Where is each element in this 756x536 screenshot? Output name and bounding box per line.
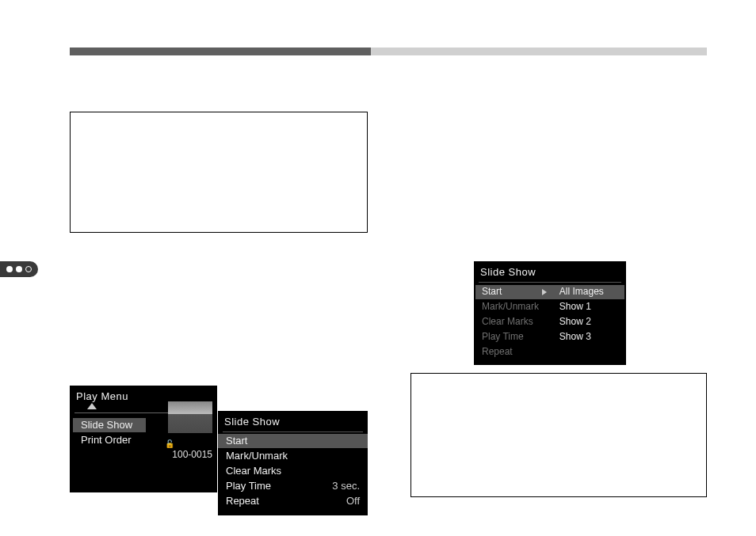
note-box [70,112,368,233]
menu-item-slide-show[interactable]: Slide Show [73,418,146,432]
divider-light [371,48,707,55]
label: Clear Marks [482,316,533,327]
label: Start [226,435,247,447]
submenu-item-show-2[interactable]: Show 2 [553,315,624,329]
label: Repeat [226,495,259,507]
menu-item-playtime[interactable]: Play Time [475,330,553,344]
label: Show 3 [559,331,591,342]
label: Play Time [226,480,271,492]
label: Show 2 [559,316,591,327]
submenu-item-show-1[interactable]: Show 1 [553,300,624,314]
value: Off [346,495,360,507]
slide-show-menu-screen: Slide Show Start Mark/Unmark Clear Marks… [218,411,368,515]
label: Start [482,286,502,297]
image-number: 100-0015 [172,449,212,460]
menu-item-start[interactable]: Start [218,434,368,448]
menu-item-start[interactable]: Start [475,285,553,299]
label: Repeat [482,346,513,357]
chevron-right-icon [542,289,547,295]
slide-show-title: Slide Show [474,261,626,280]
dot-outline-icon [25,266,32,272]
value: 3 sec. [332,480,360,492]
dot-icon [16,266,22,272]
label: Play Time [482,331,524,342]
menu-item-print-order[interactable]: Print Order [73,433,146,447]
menu-item-repeat[interactable]: Repeat Off [218,494,368,508]
menu-item-clear[interactable]: Clear Marks [475,315,553,329]
page-side-tab [0,261,38,277]
menu-item-repeat[interactable]: Repeat [475,345,553,359]
label: Mark/Unmark [482,301,539,312]
submenu-item-all-images[interactable]: All Images [553,285,624,299]
step-box [410,373,707,497]
play-menu-screen: Play Menu Slide Show Print Order 🔓 100-0… [70,386,217,492]
lock-icon: 🔓 [165,439,174,449]
menu-item-mark[interactable]: Mark/Unmark [475,300,553,314]
up-arrow-icon [87,403,97,409]
menu-item-clear[interactable]: Clear Marks [218,464,368,478]
slide-show-title: Slide Show [218,411,368,430]
menu-item-playtime[interactable]: Play Time 3 sec. [218,479,368,493]
menu-divider [479,282,621,283]
section-divider [70,48,707,55]
divider-dark [70,48,371,55]
slide-show-start-submenu: Slide Show Start Mark/Unmark Clear Marks… [474,261,626,365]
dot-icon [6,266,13,272]
label: All Images [559,286,604,297]
menu-item-mark[interactable]: Mark/Unmark [218,449,368,463]
label: Mark/Unmark [226,450,288,462]
menu-divider [223,431,363,432]
label: Clear Marks [226,465,281,477]
label: Show 1 [559,301,591,312]
submenu-item-show-3[interactable]: Show 3 [553,330,624,344]
thumbnail-preview [168,401,212,433]
